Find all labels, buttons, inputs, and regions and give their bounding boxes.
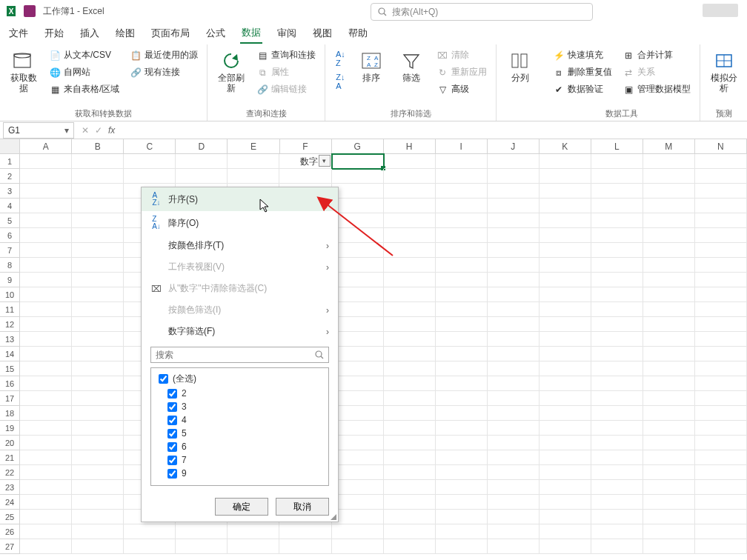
cell[interactable] [332,376,384,391]
cell[interactable] [540,421,591,436]
cell[interactable] [384,302,436,317]
cell[interactable] [695,273,747,287]
fx-icon[interactable]: fx [108,125,115,136]
cell[interactable] [72,169,124,184]
cell[interactable] [488,258,540,273]
cell[interactable] [332,436,384,450]
cell[interactable] [72,213,124,228]
filter-checkbox-item[interactable]: 5 [154,427,325,440]
text-to-columns-button[interactable]: 分列 [502,47,538,86]
cell[interactable] [591,302,643,317]
row-header[interactable]: 13 [0,332,20,347]
cell[interactable] [20,480,72,495]
cell[interactable] [643,317,695,332]
cell[interactable] [384,376,436,391]
cell[interactable] [20,465,72,480]
cell[interactable] [591,154,643,169]
cell[interactable] [384,361,436,376]
row-header[interactable]: 2 [0,169,20,184]
row-header[interactable]: 19 [0,421,20,436]
cell[interactable] [540,406,591,421]
cell[interactable] [384,406,436,421]
column-header[interactable]: H [384,139,436,154]
cell[interactable] [72,332,124,347]
cell[interactable] [436,332,488,347]
cell[interactable] [643,287,695,302]
cell[interactable] [72,406,124,421]
select-all-corner[interactable] [0,139,20,154]
cell[interactable] [695,539,747,554]
cell[interactable] [384,465,436,480]
cell[interactable] [332,480,384,495]
cell[interactable] [72,361,124,376]
cell[interactable] [332,184,384,199]
cell[interactable] [384,199,436,213]
cell[interactable] [384,273,436,287]
cell[interactable] [643,213,695,228]
cell[interactable] [384,480,436,495]
cell[interactable] [591,184,643,199]
cell[interactable] [72,154,124,169]
cell[interactable] [384,243,436,258]
cell[interactable] [332,347,384,361]
cell[interactable]: 数字▾ [279,154,331,169]
cell[interactable] [436,391,488,406]
column-header[interactable]: J [488,139,540,154]
cell[interactable] [643,184,695,199]
cell[interactable] [695,465,747,480]
flash-fill-button[interactable]: ⚡快速填充 [550,47,615,63]
cell[interactable] [332,154,384,169]
cell[interactable] [20,524,72,539]
cell[interactable] [332,199,384,213]
cell[interactable] [279,169,331,184]
sort-asc-button[interactable]: A↓Z [331,51,349,66]
cell[interactable] [540,302,591,317]
cell[interactable] [228,154,279,169]
cell[interactable] [72,524,124,539]
tab-review[interactable]: 审阅 [276,24,298,43]
existing-conn-button[interactable]: 🔗现有连接 [127,64,201,80]
cell[interactable] [488,184,540,199]
cell[interactable] [384,539,436,554]
cell[interactable] [20,184,72,199]
filter-search-input[interactable] [150,347,329,363]
cell[interactable] [436,273,488,287]
search-box[interactable]: 搜索(Alt+Q) [371,3,593,21]
cell[interactable] [20,273,72,287]
cell[interactable] [72,465,124,480]
cell[interactable] [643,258,695,273]
cell[interactable] [695,421,747,436]
cell[interactable] [695,317,747,332]
cell[interactable] [540,495,591,510]
cell[interactable] [436,169,488,184]
cell[interactable] [72,273,124,287]
filter-checkbox-item[interactable]: 2 [154,387,325,400]
cell[interactable] [540,465,591,480]
row-header[interactable]: 14 [0,347,20,361]
cell[interactable] [72,199,124,213]
data-model-button[interactable]: ▣管理数据模型 [620,81,694,97]
cell[interactable] [384,213,436,228]
sort-desc-item[interactable]: ZA↓ 降序(O) [142,211,338,235]
cell[interactable] [20,406,72,421]
cell[interactable] [695,480,747,495]
filter-checkbox[interactable] [167,469,177,479]
cell[interactable] [643,347,695,361]
cell[interactable] [488,510,540,524]
filter-checkbox[interactable] [167,389,177,399]
cell[interactable] [20,539,72,554]
cell[interactable] [540,169,591,184]
cell[interactable] [591,539,643,554]
column-header[interactable]: M [643,139,695,154]
cell[interactable] [695,347,747,361]
row-header[interactable]: 8 [0,258,20,273]
cell[interactable] [643,391,695,406]
column-header[interactable]: C [124,139,176,154]
filter-checkbox[interactable] [159,374,168,384]
cell[interactable] [591,332,643,347]
remove-duplicates-button[interactable]: ⧈删除重复值 [550,64,615,80]
cell[interactable] [124,539,176,554]
cell[interactable] [591,258,643,273]
cell[interactable] [72,287,124,302]
filter-checkbox-item[interactable]: 6 [154,440,325,453]
